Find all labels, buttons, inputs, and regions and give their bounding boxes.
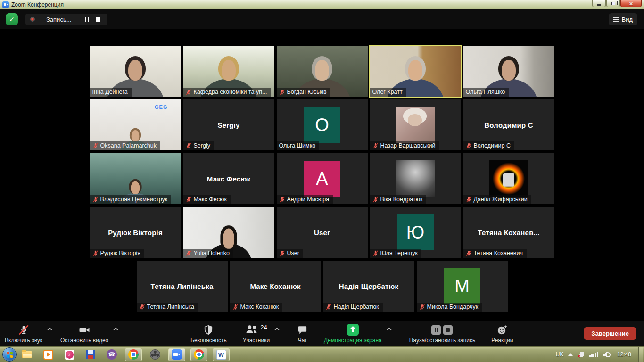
taskbar-chrome-profile-icon[interactable] — [190, 348, 207, 361]
windows-taskbar: ♪ ☎ W UK × 12:48 — [0, 346, 644, 362]
participant-tile[interactable]: ААндрій Мисюра — [277, 153, 368, 204]
participant-tile[interactable]: Інна Дейнега — [90, 46, 181, 97]
participant-tile[interactable]: Владислав Цехмейструк — [90, 153, 181, 204]
participant-tile[interactable]: Макс КоханюкМакс Коханюк — [230, 261, 321, 312]
muted-mic-icon — [466, 250, 472, 256]
participant-tile[interactable]: Даніїл Жифарський — [463, 153, 554, 204]
recording-indicator: Запись... — [25, 14, 107, 25]
windows-flag-icon — [7, 352, 13, 358]
participant-tile[interactable]: Назар Варшавський — [370, 99, 461, 150]
participant-name-text: Надія Щербатюк — [334, 304, 379, 310]
participant-tile[interactable]: GEGOksana Palamarchuk — [90, 99, 181, 150]
stop-video-button[interactable]: Остановить видео — [60, 324, 120, 344]
participant-grid: Інна ДейнегаКафедра економіки та уп...Бо… — [89, 29, 555, 312]
taskbar-viber-icon[interactable]: ☎ — [106, 349, 117, 360]
unmute-button[interactable]: Включить звук — [5, 324, 54, 344]
participant-display-name: Володимир С — [484, 121, 533, 129]
taskbar-movie-maker-icon[interactable] — [149, 349, 161, 360]
participant-tile[interactable]: SergiySergiy — [183, 99, 274, 150]
video-options-chevron-icon[interactable] — [114, 327, 118, 332]
stop-record-icon[interactable] — [443, 325, 453, 335]
participants-button[interactable]: 24 Участники — [243, 324, 281, 344]
participant-name-label: Владислав Цехмейструк — [90, 195, 172, 204]
security-button[interactable]: Безопасность — [190, 324, 227, 344]
participant-tile[interactable]: Кафедра економіки та уп... — [183, 46, 274, 97]
pause-record-icon[interactable] — [431, 325, 441, 335]
taskbar-zoom-icon[interactable] — [168, 348, 185, 361]
participant-tile[interactable]: Тетяна ЛипінськаТетяна Липінська — [137, 261, 228, 312]
participant-tile[interactable]: Надія ЩербатюкНадія Щербатюк — [323, 261, 414, 312]
mic-options-chevron-icon[interactable] — [48, 327, 52, 332]
share-chevron-icon[interactable] — [387, 327, 391, 332]
muted-mic-icon — [92, 143, 99, 149]
chat-label: Чат — [298, 337, 307, 344]
reactions-button[interactable]: Реакции — [491, 324, 513, 344]
pause-stop-record-button[interactable]: Пауза/остановить запись — [409, 324, 475, 344]
taskbar-music-app-icon[interactable]: ♪ — [64, 349, 75, 360]
participants-chevron-icon[interactable] — [275, 327, 280, 332]
participant-name-label: Юля Терещук — [370, 249, 422, 258]
taskbar-chrome-icon[interactable] — [125, 348, 142, 361]
stop-recording-icon[interactable] — [96, 17, 100, 22]
muted-mic-icon — [92, 197, 99, 203]
muted-mic-icon — [186, 89, 192, 95]
participant-name-text: Sergiy — [194, 142, 210, 149]
participant-name-text: Yulia Holenko — [194, 250, 230, 256]
minimize-icon — [597, 4, 601, 6]
taskbar-word-icon[interactable]: W — [213, 348, 230, 361]
volume-icon[interactable] — [603, 352, 611, 358]
participant-tile[interactable]: Володимир СВолодимир С — [463, 99, 554, 150]
participant-name-label: Даніїл Жифарський — [463, 195, 531, 204]
participant-tile[interactable]: Yulia Holenko — [183, 207, 274, 258]
hidden-icons-chevron-icon[interactable] — [568, 353, 573, 356]
close-icon: × — [629, 0, 633, 7]
participant-name-text: Віка Кондратюк — [380, 196, 423, 203]
muted-mic-icon — [279, 197, 285, 203]
participant-tile[interactable]: Богдан Юськів — [277, 46, 368, 97]
participant-display-name: User — [314, 229, 330, 237]
participant-tile[interactable]: ЮЮля Терещук — [370, 207, 461, 258]
clock[interactable]: 12:48 — [617, 351, 631, 358]
chat-bubble-icon — [297, 324, 308, 336]
photo-avatar — [396, 160, 435, 197]
participants-icon — [245, 324, 258, 336]
view-button[interactable]: Вид — [609, 13, 637, 25]
participant-name-text: Богдан Юськів — [287, 89, 327, 95]
muted-mic-icon — [18, 324, 29, 336]
restore-button[interactable] — [606, 0, 620, 7]
start-button[interactable] — [2, 347, 17, 362]
share-screen-button[interactable]: Демонстрация экрана — [324, 324, 393, 344]
security-shield-icon[interactable]: ✓ — [6, 13, 18, 25]
participant-display-name: Тетяна Липінська — [151, 282, 214, 290]
participant-name-text: Ольга Пляшко — [466, 89, 505, 95]
participant-tile[interactable]: Віка Кондратюк — [370, 153, 461, 204]
power-plug-error-icon[interactable]: × — [578, 351, 585, 358]
close-button[interactable]: × — [620, 0, 642, 7]
participant-name-label: Макс Коханюк — [230, 303, 283, 312]
participant-tile[interactable]: Макс ФесюкМакс Фесюк — [183, 153, 274, 204]
letter-avatar: О — [304, 107, 340, 143]
participant-tile[interactable]: UserUser — [277, 207, 368, 258]
taskbar-media-player-icon[interactable] — [42, 349, 54, 360]
taskbar-save-icon[interactable] — [85, 349, 96, 360]
taskbar-explorer-icon[interactable] — [21, 349, 33, 360]
participant-tile[interactable]: Рудюк ВікторіяРудюк Вікторія — [90, 207, 181, 258]
minimize-button[interactable] — [592, 0, 606, 7]
language-indicator[interactable]: UK — [556, 351, 564, 358]
chat-button[interactable]: Чат — [297, 324, 308, 344]
network-signal-icon[interactable] — [589, 352, 598, 357]
participant-tile[interactable]: Олег Кратт — [370, 46, 461, 97]
participant-name-text: Юля Терещук — [380, 250, 418, 256]
pause-recording-icon[interactable] — [85, 17, 89, 22]
participant-tile[interactable]: ММикола Бондарчук — [417, 261, 508, 312]
participant-name-label: User — [277, 249, 303, 258]
participant-tile[interactable]: Тетяна Коханев...Тетяна Коханевич — [463, 207, 554, 258]
participant-tile[interactable]: ООльга Шимко — [277, 99, 368, 150]
record-label: Пауза/остановить запись — [409, 337, 475, 344]
participant-tile[interactable]: Ольга Пляшко — [463, 46, 554, 97]
end-meeting-button[interactable]: Завершение — [584, 327, 636, 340]
show-desktop-button[interactable] — [638, 347, 643, 362]
letter-avatar: М — [444, 268, 480, 304]
participant-display-name: Sergiy — [217, 121, 239, 129]
muted-mic-icon — [326, 304, 332, 310]
